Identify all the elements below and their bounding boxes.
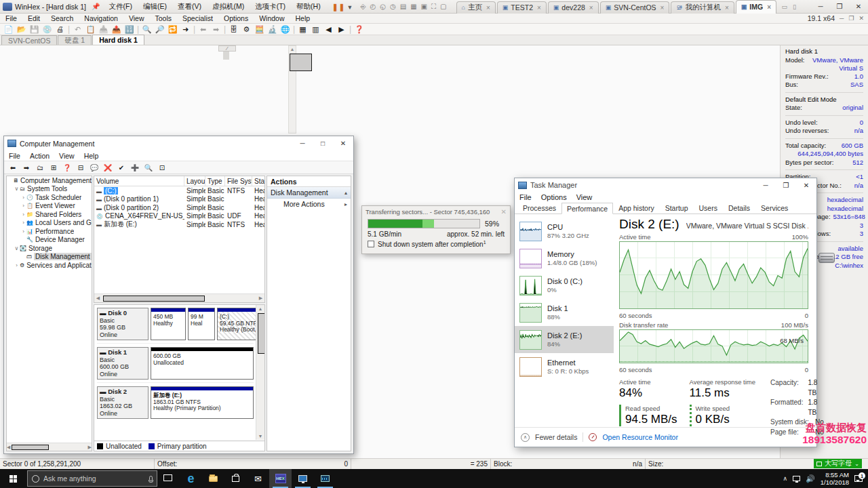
cortana-search-box[interactable]: Ask me anything	[27, 470, 157, 487]
help-icon[interactable]: ❓	[61, 164, 73, 171]
pause-vm-button[interactable]: ❚❚ ▾	[332, 3, 353, 11]
tree-item[interactable]: ∨ 💽 Storage	[7, 244, 92, 253]
tab-close-icon[interactable]: ×	[486, 4, 490, 12]
vmware-menu-item[interactable]: 虚拟机(M)	[208, 1, 249, 13]
expander-icon[interactable]: ›	[20, 211, 26, 218]
cm-menu-item[interactable]: File	[4, 152, 25, 160]
tray-expand-icon[interactable]: ∧	[783, 475, 787, 482]
column-header-type[interactable]: Type	[205, 176, 225, 186]
back-icon[interactable]: ⬅	[7, 164, 19, 171]
console-icon[interactable]: 💬	[88, 164, 100, 171]
add-icon[interactable]: ➕	[129, 164, 141, 171]
check-icon[interactable]: ✔	[115, 164, 127, 171]
expander-icon[interactable]: ›	[14, 262, 20, 268]
unity-mode-icon[interactable]: ▢	[440, 3, 446, 11]
disk-image-icon[interactable]: 💿	[41, 24, 54, 35]
splitter-handle[interactable]	[223, 52, 229, 60]
tree-item[interactable]: › 👥 Local Users and Groups	[7, 219, 92, 228]
scrollbar-thumb[interactable]	[12, 445, 49, 450]
winhex-menu-item[interactable]: Search	[45, 14, 79, 22]
prev-window-icon[interactable]: ◀	[322, 24, 335, 35]
winhex-doc-tab[interactable]: Hard disk 1	[92, 35, 144, 45]
tree-item[interactable]: › 📋 Event Viewer	[7, 202, 92, 211]
minimize-button[interactable]: ─	[755, 178, 776, 192]
sidebar-item-disk0[interactable]: Disk 0 (C:)0%	[515, 272, 614, 299]
partition-selected[interactable]: (C:)59.45 GB NTFSHealthy (Boot, P	[217, 308, 260, 340]
expander-icon[interactable]: ›	[20, 220, 26, 226]
close-icon[interactable]: ✕	[501, 208, 507, 216]
forward-icon[interactable]: ➡	[20, 164, 33, 171]
list-horizontal-scrollbar[interactable]: ◀ ▶	[94, 293, 264, 302]
window-icon[interactable]: ⊟	[75, 164, 87, 171]
restore-button[interactable]: ❐	[776, 178, 796, 192]
network-icon[interactable]	[793, 476, 800, 481]
expander-icon[interactable]: ›	[20, 203, 26, 209]
maximize-button[interactable]: ❐	[830, 1, 849, 12]
nav-forward-icon[interactable]: ➡	[210, 24, 222, 35]
undo-icon[interactable]: ↶	[71, 24, 84, 35]
child-minimize-button[interactable]: ─	[840, 15, 844, 22]
actions-group-disk-management[interactable]: Disk Management ▴	[267, 187, 351, 199]
vmware-tab[interactable]: ▣ TEST2 ×	[497, 1, 547, 14]
shutdown-checkbox[interactable]	[368, 241, 374, 247]
winhex-menu-item[interactable]: Tools	[150, 14, 178, 22]
tab-close-icon[interactable]: ×	[537, 4, 541, 12]
microphone-icon[interactable]	[149, 476, 153, 481]
copy-icon[interactable]: 📋	[84, 24, 97, 35]
tm-tab[interactable]: Users	[694, 202, 723, 214]
winhex-menu-item[interactable]: Window	[254, 14, 290, 22]
column-header-volume[interactable]: Volume	[94, 176, 184, 186]
tab-close-icon[interactable]: ×	[767, 3, 771, 11]
tm-menu-item[interactable]: View	[572, 193, 597, 201]
volume-row[interactable]: ▬新加卷 (E:) Simple Basic NTFS Healthy	[94, 220, 264, 229]
task-view-button[interactable]	[157, 469, 180, 488]
task-manager-taskbar-button[interactable]	[314, 469, 336, 488]
vmware-tab[interactable]: ▣ SVN-CentOS ×	[600, 1, 670, 14]
grid-view-icon[interactable]: ▦	[296, 24, 309, 35]
tm-tab[interactable]: Processes	[517, 202, 561, 214]
vmware-menu-item[interactable]: 编辑(E)	[138, 1, 172, 13]
winhex-taskbar-button[interactable]: HEX	[269, 469, 292, 488]
tm-tab[interactable]: App history	[613, 202, 660, 214]
column-header-status[interactable]: Status	[252, 176, 265, 186]
sep[interactable]: |	[192, 24, 197, 35]
show-thumbnail-bar-icon[interactable]: ▦	[410, 3, 416, 11]
partition[interactable]: 99 MHeal	[188, 308, 215, 340]
scroll-left-icon[interactable]: ◀	[7, 445, 10, 450]
volume-row[interactable]: ▬(Disk 0 partition 1) Simple Basic Healt…	[94, 195, 264, 204]
file-explorer-button[interactable]	[202, 469, 224, 488]
winhex-menu-item[interactable]: Help	[290, 14, 316, 22]
close-button[interactable]: ✕	[849, 1, 868, 12]
computer-management-taskbar-button[interactable]	[292, 469, 314, 488]
scrollbar-thumb[interactable]	[258, 313, 265, 354]
find-hex-icon[interactable]: 🔎	[153, 24, 166, 35]
volume-row[interactable]: 💿CENA_X64FREV_EN-US_DV5 (D:) Simple Basi…	[94, 212, 264, 221]
vmware-tab[interactable]: ▣ IMG ×	[736, 0, 776, 14]
collapse-icon[interactable]: ▴	[344, 190, 347, 196]
snapshot-manager-icon[interactable]: ◷	[390, 3, 396, 11]
open-disk-icon[interactable]: 🗄	[227, 24, 240, 35]
search-icon[interactable]: 🔍	[142, 164, 155, 171]
disk-tools-icon[interactable]: ⚙	[240, 24, 253, 35]
tree-item[interactable]: › 📊 Performance	[7, 227, 92, 236]
scroll-right-icon[interactable]: ▶	[257, 296, 264, 301]
fullscreen-icon[interactable]: ⛶	[431, 3, 436, 11]
tree-item[interactable]: › 🕑 Task Scheduler	[7, 193, 92, 202]
vmware-menu-item[interactable]: 文件(F)	[104, 1, 137, 13]
tm-titlebar[interactable]: Task Manager ─ ❐ ✕	[515, 178, 816, 192]
start-button[interactable]	[0, 469, 26, 488]
vmware-tab[interactable]: ⌂ 主页 ×	[456, 1, 496, 14]
vmware-tab[interactable]: ▣ dev228 ×	[548, 1, 599, 14]
vmware-menu-item[interactable]: 帮助(H)	[292, 1, 326, 13]
details-icon[interactable]: ⊡	[156, 164, 168, 171]
pin-icon[interactable]: 📌	[92, 3, 100, 10]
cm-menu-item[interactable]: Action	[25, 152, 54, 160]
expander-icon[interactable]: ∨	[14, 186, 20, 192]
console-view-icon[interactable]: ▣	[421, 3, 427, 11]
sep[interactable]: |	[292, 24, 296, 35]
mail-button[interactable]: ✉	[247, 469, 269, 488]
scroll-left-icon[interactable]: ◀	[94, 296, 102, 301]
tree-item[interactable]: 🗃 Disk Management	[7, 253, 92, 262]
expander-icon[interactable]: ∨	[14, 245, 20, 251]
internet-icon[interactable]: 🌐	[279, 24, 292, 35]
